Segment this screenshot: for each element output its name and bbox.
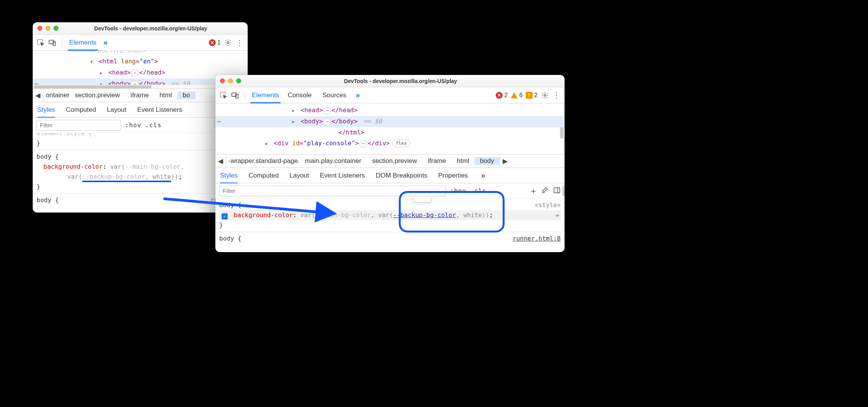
dom-node-head[interactable]: <head>⋯</head> bbox=[215, 105, 565, 116]
svg-point-3 bbox=[227, 42, 229, 43]
error-count-value: 1 bbox=[217, 39, 221, 46]
crumb-scroll-right-icon[interactable]: ▶ bbox=[500, 154, 510, 168]
more-icon[interactable]: ⋮ bbox=[552, 91, 561, 100]
styles-filter-input[interactable] bbox=[219, 186, 446, 196]
close-icon[interactable] bbox=[37, 26, 42, 31]
window-title: DevTools - developer.mozilla.org/en-US/p… bbox=[241, 78, 560, 84]
inspect-icon[interactable] bbox=[219, 91, 228, 100]
subtab-dom-breakpoints[interactable]: DOM Breakpoints bbox=[376, 172, 427, 179]
v-scrollbar[interactable] bbox=[562, 186, 565, 196]
rule-body[interactable]: <style> body { bbox=[219, 200, 561, 210]
rule-body-2[interactable]: runner.ht body { bbox=[37, 195, 244, 205]
settings-icon[interactable] bbox=[541, 91, 549, 100]
ellipsis-icon[interactable]: ⋯ bbox=[323, 107, 331, 114]
css-var-link[interactable]: --backup-bg-color bbox=[393, 211, 456, 219]
declaration-bg-line2[interactable]: var(--backup-bg-color, white)); bbox=[37, 172, 244, 182]
crumb-html[interactable]: html bbox=[154, 91, 177, 99]
crumb-iframe[interactable]: iframe bbox=[423, 157, 451, 165]
tab-sources[interactable]: Sources bbox=[318, 91, 350, 99]
tabs-overflow-icon[interactable]: » bbox=[101, 38, 110, 47]
crumb-section[interactable]: section.preview bbox=[367, 157, 422, 165]
ellipsis-icon[interactable]: ⋯ bbox=[131, 81, 138, 85]
subtab-styles[interactable]: Styles bbox=[220, 172, 238, 184]
tab-console[interactable]: Console bbox=[284, 91, 315, 99]
subtab-event-listeners[interactable]: Event Listeners bbox=[137, 106, 182, 114]
minimize-icon[interactable] bbox=[228, 78, 233, 83]
new-rule-icon[interactable]: ＋ bbox=[529, 185, 538, 197]
subtabs-overflow-icon[interactable]: » bbox=[479, 171, 488, 180]
crumb-clipped[interactable]: ontainer bbox=[43, 91, 69, 99]
subtab-styles[interactable]: Styles bbox=[37, 106, 55, 118]
error-icon: ✕ bbox=[209, 39, 216, 46]
styles-filter-input[interactable] bbox=[37, 120, 121, 131]
tabs-overflow-icon[interactable]: » bbox=[353, 91, 362, 100]
crumb-html[interactable]: html bbox=[451, 157, 475, 165]
cls-toggle[interactable]: .cls bbox=[145, 121, 162, 129]
subtab-computed[interactable]: Computed bbox=[248, 172, 278, 179]
cls-toggle[interactable]: .cls bbox=[470, 187, 487, 194]
rule-close-brace: } bbox=[37, 182, 244, 192]
close-icon[interactable] bbox=[220, 78, 225, 83]
device-toggle-icon[interactable] bbox=[48, 38, 57, 47]
separator bbox=[245, 90, 245, 100]
device-toggle-icon[interactable] bbox=[231, 91, 239, 100]
error-count[interactable]: ✕ 1 bbox=[209, 39, 221, 46]
dom-node-iframe-close[interactable]: </html> bbox=[285, 129, 364, 136]
breadcrumb: ◀ -wrapper.standard-page. main.play.cont… bbox=[215, 154, 565, 168]
crumb-clipped[interactable]: -wrapper.standard-page. bbox=[226, 157, 300, 165]
separator bbox=[62, 38, 62, 48]
declaration-checkbox[interactable]: ✓ bbox=[222, 213, 228, 219]
dom-node-html[interactable]: <html lang="en"> bbox=[33, 56, 248, 67]
settings-icon[interactable] bbox=[224, 38, 232, 47]
tab-elements[interactable]: Elements bbox=[250, 91, 281, 103]
ellipsis-icon[interactable]: ⋯ bbox=[323, 118, 331, 125]
crumb-iframe[interactable]: iframe bbox=[125, 91, 154, 99]
subtab-properties[interactable]: Properties bbox=[438, 172, 468, 179]
warn-icon bbox=[511, 92, 518, 98]
flex-badge[interactable]: flex bbox=[392, 140, 410, 147]
dom-node-body[interactable]: ⋯ <body>⋯</body> == $0 bbox=[215, 116, 565, 127]
declaration-bg[interactable]: ＋ ✓ background-color: var(--main-bg-colo… bbox=[219, 210, 561, 220]
hov-toggle[interactable]: :hov bbox=[125, 121, 142, 129]
ellipsis-icon[interactable]: ⋯ bbox=[131, 70, 138, 76]
dom-node-html-close[interactable]: </html> bbox=[215, 127, 565, 138]
crumb-body[interactable]: body bbox=[475, 157, 500, 165]
overflow-ellipsis-icon: ⋯ bbox=[217, 116, 221, 127]
titlebar[interactable]: DevTools - developer.mozilla.org/en-US/p… bbox=[33, 22, 248, 35]
rule-body-2[interactable]: runner.html:8 body { bbox=[219, 234, 561, 244]
hov-toggle[interactable]: :hov bbox=[450, 187, 466, 194]
titlebar[interactable]: DevTools - developer.mozilla.org/en-US/p… bbox=[215, 75, 565, 87]
zoom-icon[interactable] bbox=[236, 78, 241, 83]
traffic-lights bbox=[37, 26, 58, 31]
rule-source-link[interactable]: runner.html:8 bbox=[513, 234, 561, 244]
minimize-icon[interactable] bbox=[45, 26, 50, 31]
tab-elements[interactable]: Elements bbox=[68, 39, 98, 51]
crumb-scroll-left-icon[interactable]: ◀ bbox=[215, 154, 226, 168]
inspect-icon[interactable] bbox=[37, 38, 45, 47]
crumb-section[interactable]: section.preview bbox=[69, 91, 125, 99]
subtab-event-listeners[interactable]: Event Listeners bbox=[320, 172, 365, 179]
crumb-body[interactable]: bo bbox=[177, 91, 195, 99]
crumb-scroll-left-icon[interactable]: ◀ bbox=[33, 89, 43, 102]
zoom-icon[interactable] bbox=[53, 26, 58, 31]
error-count[interactable]: ✕ 2 bbox=[496, 92, 508, 99]
more-icon[interactable]: ⋮ bbox=[235, 38, 244, 47]
subtab-computed[interactable]: Computed bbox=[66, 106, 96, 114]
faded-rule: element.style { bbox=[37, 133, 244, 138]
issue-count[interactable]: ! 2 bbox=[526, 92, 538, 99]
rule-source[interactable]: <style> bbox=[535, 200, 561, 210]
dom-tree[interactable]: <head>⋯</head> ⋯ <body>⋯</body> == $0 </… bbox=[215, 103, 565, 154]
declaration-bg[interactable]: background-color: var(--main-bg-color, bbox=[37, 162, 244, 172]
subtab-layout[interactable]: Layout bbox=[107, 106, 127, 114]
warn-count[interactable]: 6 bbox=[511, 92, 523, 99]
dom-node-div[interactable]: <div id="play-console">⋯</div>flex bbox=[215, 138, 565, 149]
ellipsis-icon[interactable]: ⋯ bbox=[360, 140, 367, 147]
insert-declaration-icon[interactable]: ＋ bbox=[554, 210, 561, 220]
styles-pane[interactable]: <style> body { ＋ ✓ background-color: var… bbox=[215, 199, 565, 252]
brush-icon[interactable] bbox=[541, 186, 549, 195]
computed-toggle-icon[interactable] bbox=[553, 186, 561, 195]
subtab-layout[interactable]: Layout bbox=[290, 172, 309, 179]
crumb-main[interactable]: main.play.container bbox=[300, 157, 367, 165]
rule-body[interactable]: <st body { bbox=[37, 152, 244, 162]
dom-node-head[interactable]: <head>⋯</head> bbox=[33, 67, 248, 78]
